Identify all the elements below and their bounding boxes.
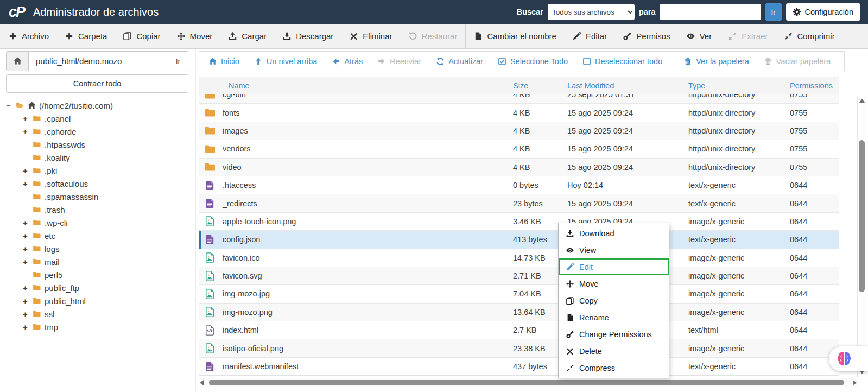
context-menu-item[interactable]: View [559,242,669,258]
vertical-scrollbar-thumb[interactable] [859,140,865,292]
nav-link[interactable]: Atrás [325,52,370,71]
expand-icon[interactable]: + [22,296,29,306]
tree-item[interactable]: .trash [5,203,193,216]
table-row[interactable]: .htaccess 0 bytes Hoy 02:14 text/x-gener… [199,176,839,194]
vertical-scrollbar[interactable] [857,96,866,377]
toolbar-button[interactable]: Editar [565,24,615,48]
expand-icon[interactable]: + [22,257,29,267]
table-row[interactable]: img-mozo.jpg 7.04 KB 15 ago 2025 09:24 i… [199,285,839,303]
toolbar-button[interactable]: Extraer [720,24,776,48]
collapse-expander[interactable]: − [5,101,12,110]
table-row[interactable]: favicon.svg 2.71 KB 15 ago 2025 09:24 im… [199,267,839,285]
search-input[interactable] [660,4,761,20]
tree-item[interactable]: perl5 [5,268,193,281]
tree-item[interactable]: .htpasswds [5,138,193,151]
context-menu-item[interactable]: Change Permissions [559,326,669,343]
tree-item[interactable]: + mail [5,255,193,268]
toolbar-button[interactable]: Restaurar [401,24,466,48]
nav-link[interactable]: Vaciar papelera [757,52,839,71]
expand-icon[interactable]: + [22,323,29,332]
expand-icon[interactable]: + [22,179,29,188]
nav-link[interactable]: Inicio [201,52,247,71]
path-home-button[interactable] [7,52,29,71]
expand-icon[interactable]: + [22,283,29,293]
table-row[interactable]: isotipo-oficial.png 23.38 KB 15 ago 2025… [199,339,839,357]
toolbar-button[interactable]: Ver [679,24,720,48]
nav-link[interactable]: Actualizar [429,52,491,71]
expand-icon[interactable]: + [22,166,29,175]
search-scope-select[interactable]: Todos sus archivos [548,4,635,20]
tree-item[interactable]: + public_html [5,294,193,307]
toolbar-button[interactable]: Permisos [615,24,679,48]
nav-link[interactable]: Seleccione Todo [491,52,575,71]
toolbar-button[interactable]: Cargar [220,24,275,48]
tree-item[interactable]: + .cphorde [5,125,193,138]
tree-root-item[interactable]: − (/home2/tusitio.com) [5,99,193,112]
tree-item[interactable]: + ssl [5,307,193,320]
context-menu-item[interactable]: Move [559,275,669,292]
column-header-modified[interactable]: Last Modified [567,81,688,90]
column-header-name[interactable]: Name [199,81,513,90]
expand-icon[interactable]: + [22,244,29,254]
table-row[interactable]: images 4 KB 15 ago 2025 09:24 httpd/unix… [199,122,839,140]
toolbar-button[interactable]: Cambiar el nombre [465,24,565,48]
expand-icon[interactable]: + [22,218,29,227]
tree-item[interactable]: + logs [5,242,193,255]
tree-item[interactable]: + .cpanel [5,112,193,125]
toolbar-button[interactable]: Copiar [115,24,168,48]
table-row[interactable]: _redirects 23 bytes 15 ago 2025 09:24 te… [199,194,839,212]
nav-link[interactable]: Deseleccionar todo [575,52,670,71]
expand-icon[interactable]: + [22,114,29,123]
table-row[interactable]: index.html 2.7 KB 15 ago 2025 09:24 text… [199,321,839,339]
tree-item[interactable]: .koality [5,151,193,164]
table-row[interactable]: config.json 413 bytes 15 ago 2025 09:24 … [199,231,839,249]
nav-link[interactable]: Ver la papelera [673,52,757,71]
settings-button[interactable]: Configuración [786,3,860,21]
column-header-type[interactable]: Type [688,81,790,90]
context-menu-item[interactable]: Rename [559,309,669,326]
context-menu-item[interactable]: Download [559,225,669,242]
table-row[interactable]: cgi-bin 4 KB 25 sept 2025 01:31 httpd/un… [199,94,839,104]
expand-icon[interactable]: + [22,231,29,241]
toolbar-button[interactable]: Carpeta [57,24,115,48]
tree-item[interactable]: + .softaculous [5,177,193,190]
collapse-all-button[interactable]: Contraer todo [6,74,188,93]
table-row[interactable]: fonts 4 KB 15 ago 2025 09:24 httpd/unix-… [199,104,839,122]
table-row[interactable]: video 4 KB 15 ago 2025 09:24 httpd/unix-… [199,159,839,176]
nav-link[interactable]: Reenviar [370,52,429,71]
context-menu-item[interactable]: Delete [559,343,669,359]
context-menu-item[interactable]: Edit [559,258,669,275]
table-row[interactable]: apple-touch-icon.png 3.46 KB 15 ago 2025… [199,213,839,231]
tree-item[interactable]: .spamassassin [5,190,193,203]
toolbar-button[interactable]: Eliminar [341,24,400,48]
toolbar-button[interactable]: Descargar [275,24,341,48]
table-row[interactable]: favicon.ico 14.73 KB 15 ago 2025 09:24 i… [199,249,839,267]
tree-item[interactable]: + .pki [5,164,193,177]
horizontal-scrollbar-thumb[interactable] [209,380,844,385]
scroll-up-arrow-icon[interactable] [859,99,865,103]
tree-item[interactable]: + .wp-cli [5,216,193,229]
path-input[interactable] [29,52,168,71]
toolbar-button[interactable]: Archivo [1,24,57,48]
table-row[interactable]: img-mozo.png 13.64 KB 15 ago 2025 09:24 … [199,304,839,321]
assistant-widget[interactable] [829,346,868,371]
scroll-right-arrow-icon[interactable] [853,380,857,385]
toolbar-button[interactable]: Comprimir [776,24,843,48]
nav-link[interactable]: Un nivel arriba [247,52,325,71]
column-header-size[interactable]: Size [513,81,567,90]
table-row[interactable]: vendors 4 KB 15 ago 2025 09:24 httpd/uni… [199,140,839,158]
path-go-button[interactable]: Ir [168,52,188,71]
tree-item[interactable]: + public_ftp [5,281,193,294]
column-header-permissions[interactable]: Permissions [790,81,833,90]
tree-item[interactable]: + tmp [5,320,193,333]
expand-icon[interactable]: + [22,127,29,136]
horizontal-scrollbar[interactable] [199,378,858,387]
context-menu-item[interactable]: Compress [559,359,669,376]
expand-icon[interactable]: + [22,309,29,319]
context-menu-item[interactable]: Copy [559,292,669,309]
tree-item[interactable]: + etc [5,229,193,242]
table-row[interactable]: manifest.webmanifest 437 bytes 15 ago 20… [199,358,839,375]
search-go-button[interactable]: Ir [765,3,782,21]
toolbar-button[interactable]: Mover [169,24,221,48]
scroll-left-arrow-icon[interactable] [200,380,204,385]
